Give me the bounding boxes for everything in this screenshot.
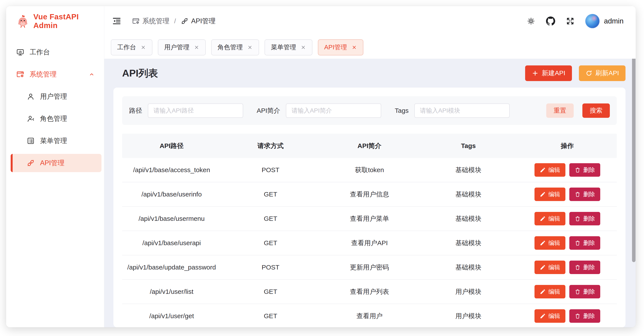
refresh-icon xyxy=(586,70,592,77)
delete-button[interactable]: 删除 xyxy=(569,212,600,225)
edit-button[interactable]: 编辑 xyxy=(534,236,566,250)
trash-icon xyxy=(574,313,581,319)
column-header-summary: API简介 xyxy=(320,142,419,150)
breadcrumb-label: API管理 xyxy=(191,16,216,26)
filter-path: 路径 xyxy=(129,103,243,118)
cell-path: /api/v1/base/access_token xyxy=(122,166,221,174)
sidebar-item-workbench[interactable]: 工作台 xyxy=(11,43,102,61)
refresh-api-button-label: 刷新API xyxy=(596,69,619,78)
delete-button[interactable]: 删除 xyxy=(569,236,600,250)
theme-toggle-button[interactable] xyxy=(526,16,536,26)
delete-button[interactable]: 删除 xyxy=(569,187,600,201)
cell-path: /api/v1/base/userapi xyxy=(122,239,221,247)
tags-filter-input[interactable] xyxy=(414,103,510,118)
expand-arrows-icon xyxy=(566,16,575,26)
cell-method: POST xyxy=(221,166,320,174)
reset-button[interactable]: 重置 xyxy=(546,103,574,118)
edit-button[interactable]: 编辑 xyxy=(534,285,566,298)
sidebar-menu: 工作台 系统管理 用户管 xyxy=(6,36,104,172)
tab-label: API管理 xyxy=(324,43,347,52)
edit-button[interactable]: 编辑 xyxy=(534,187,566,201)
refresh-api-button[interactable]: 刷新API xyxy=(579,65,626,81)
sidebar-item-roles[interactable]: 角色管理 xyxy=(11,110,102,128)
search-button[interactable]: 搜索 xyxy=(582,103,610,118)
sidebar-item-label: API管理 xyxy=(40,159,64,168)
github-icon[interactable] xyxy=(546,16,555,26)
api-table-body: /api/v1/base/access_token POST 获取token 基… xyxy=(122,158,617,327)
sidebar-item-label: 角色管理 xyxy=(40,114,67,123)
cell-tags: 基础模块 xyxy=(419,263,518,272)
tab-close-icon[interactable] xyxy=(194,44,200,50)
breadcrumb-system[interactable]: 系统管理 xyxy=(132,16,170,26)
vertical-scrollbar-thumb[interactable] xyxy=(632,59,636,262)
tab-close-icon[interactable] xyxy=(352,44,357,50)
new-api-button[interactable]: 新建API xyxy=(525,65,572,81)
sidebar-collapse-button[interactable] xyxy=(112,16,122,26)
sidebar-item-api[interactable]: API管理 xyxy=(11,154,102,172)
pencil-icon xyxy=(540,289,546,295)
sidebar-item-menus[interactable]: 菜单管理 xyxy=(11,132,102,150)
top-header: 系统管理 / API管理 xyxy=(104,6,636,36)
delete-button[interactable]: 删除 xyxy=(569,261,600,274)
list-card-icon xyxy=(26,137,35,145)
table-row: /api/v1/base/usermenu GET 查看用户菜单 基础模块 编辑… xyxy=(122,207,617,231)
sidebar-item-users[interactable]: 用户管理 xyxy=(11,87,102,106)
page-content: API列表 新建API 刷新API xyxy=(104,59,636,327)
edit-button[interactable]: 编辑 xyxy=(534,212,566,225)
path-filter-label: 路径 xyxy=(129,106,142,115)
path-filter-input[interactable] xyxy=(148,103,243,118)
summary-filter-input[interactable] xyxy=(286,103,381,118)
trash-icon xyxy=(574,240,581,246)
edit-button[interactable]: 编辑 xyxy=(534,163,566,177)
user-menu[interactable]: admin xyxy=(585,14,624,28)
cell-actions: 编辑 删除 xyxy=(518,212,617,225)
trash-icon xyxy=(574,264,581,270)
delete-button[interactable]: 删除 xyxy=(569,309,600,323)
cell-actions: 编辑 删除 xyxy=(518,163,617,177)
edit-button-label: 编辑 xyxy=(548,190,560,198)
table-row: /api/v1/base/userinfo GET 查看用户信息 基础模块 编辑… xyxy=(122,182,617,207)
sidebar-item-system[interactable]: 系统管理 xyxy=(11,65,102,83)
avatar[interactable] xyxy=(585,14,600,28)
pencil-icon xyxy=(540,313,546,319)
tab-close-icon[interactable] xyxy=(247,44,253,50)
trash-icon xyxy=(574,216,581,222)
cell-method: GET xyxy=(221,191,320,198)
tab-workbench[interactable]: 工作台 xyxy=(111,39,152,55)
sun-icon xyxy=(526,16,536,26)
tab-menus[interactable]: 菜单管理 xyxy=(264,39,312,55)
delete-button[interactable]: 删除 xyxy=(569,285,600,298)
edit-button[interactable]: 编辑 xyxy=(534,261,566,274)
app-window: Vue FastAPI Admin 工作台 系统管理 xyxy=(6,6,636,327)
cell-path: /api/v1/base/userinfo xyxy=(122,191,221,198)
delete-button[interactable]: 删除 xyxy=(569,163,600,177)
edit-button-label: 编辑 xyxy=(548,288,560,296)
tab-close-icon[interactable] xyxy=(300,44,306,50)
username: admin xyxy=(604,17,624,25)
delete-button-label: 删除 xyxy=(583,190,595,198)
filter-summary: API简介 xyxy=(257,103,381,118)
window-gear-icon xyxy=(16,70,24,78)
tab-users[interactable]: 用户管理 xyxy=(158,39,206,55)
cell-summary: 查看用户 xyxy=(320,312,419,321)
cell-summary: 查看用户API xyxy=(320,239,419,248)
plug-icon xyxy=(181,17,188,25)
cell-method: GET xyxy=(221,215,320,222)
tab-close-icon[interactable] xyxy=(140,44,146,50)
logo-text: Vue FastAPI Admin xyxy=(33,12,104,30)
filter-buttons: 重置 搜索 xyxy=(546,103,610,118)
cell-path: /api/v1/base/update_password xyxy=(122,264,221,271)
tab-label: 用户管理 xyxy=(164,43,190,52)
pencil-icon xyxy=(540,264,546,270)
tab-roles[interactable]: 角色管理 xyxy=(211,39,259,55)
breadcrumb-api[interactable]: API管理 xyxy=(181,16,216,26)
main-area: 系统管理 / API管理 xyxy=(104,6,636,327)
page-title-row: API列表 新建API 刷新API xyxy=(114,59,626,88)
column-header-path: API路径 xyxy=(122,142,221,150)
api-list-card: 路径 API简介 Tags 重置 搜索 xyxy=(114,88,626,327)
tab-api[interactable]: API管理 xyxy=(318,39,363,55)
fullscreen-button[interactable] xyxy=(566,16,575,26)
column-header-method: 请求方式 xyxy=(221,142,320,150)
new-api-button-label: 新建API xyxy=(542,69,565,78)
edit-button[interactable]: 编辑 xyxy=(534,309,566,323)
